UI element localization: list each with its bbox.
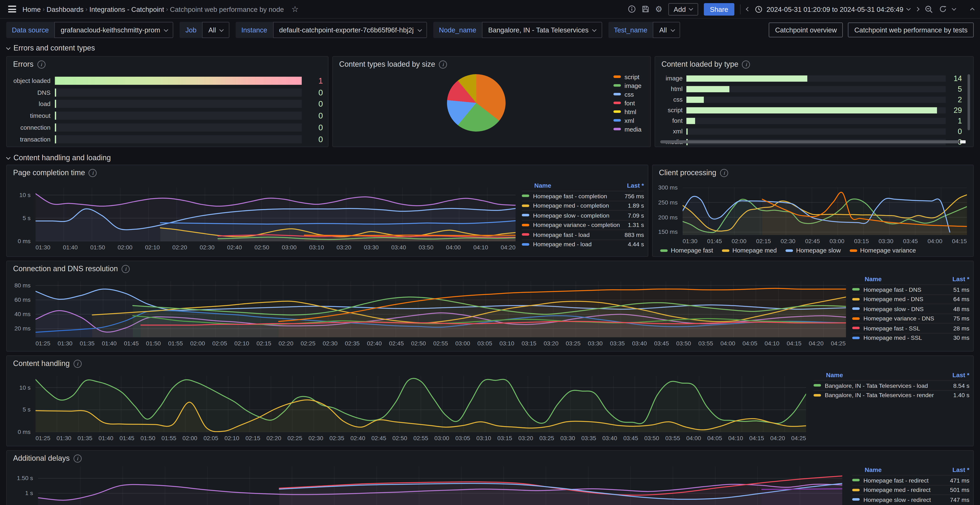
horizontal-scrollbar[interactable] <box>660 140 959 143</box>
legend-item[interactable]: Bangalore, IN - Tata Teleservices - load… <box>813 380 969 390</box>
breadcrumb-item[interactable]: Dashboards <box>46 5 84 13</box>
refresh-icon[interactable] <box>939 5 947 13</box>
legend-header-name[interactable]: Name <box>865 276 882 282</box>
share-button[interactable]: Share <box>704 3 734 15</box>
pie-chart[interactable] <box>447 74 506 132</box>
legend-header-last[interactable]: Last * <box>952 466 969 473</box>
info-icon[interactable]: i <box>720 169 728 177</box>
legend-header-last[interactable]: Last * <box>952 371 969 378</box>
filter-value-dropdown[interactable]: Bangalore, IN - Tata Teleservices <box>482 22 602 38</box>
legend-header-name[interactable]: Name <box>826 371 843 378</box>
vertical-scrollbar[interactable] <box>967 74 970 130</box>
breadcrumb-item[interactable]: Catchpoint web performance by node <box>170 5 284 13</box>
legend-label: Homepage fast - DNS <box>864 286 950 293</box>
info-icon[interactable]: i <box>439 60 447 69</box>
section-errors-and-content-types[interactable]: Errors and content types <box>7 44 95 53</box>
x-axis-label: 04:10 <box>473 244 488 251</box>
x-axis-label: 03:25 <box>539 435 554 441</box>
settings-gear-icon[interactable]: ⚙ <box>655 5 662 13</box>
legend-item[interactable]: Homepage fast - SSL28 ms <box>852 323 969 333</box>
catchpoint-web-performance-by-tests-link-button[interactable]: Catchpoint web performance by tests <box>848 22 974 37</box>
legend-header-name[interactable]: Name <box>534 182 551 189</box>
legend-item[interactable]: css <box>613 90 641 99</box>
x-axis-label: 03:50 <box>644 435 659 441</box>
legend-item[interactable]: Homepage fast - completion756 ms <box>522 191 644 201</box>
filter-label: Node_name <box>433 22 482 38</box>
gauge-fill <box>686 96 704 103</box>
legend-header-name[interactable]: Name <box>865 466 882 473</box>
menu-icon[interactable] <box>6 4 18 14</box>
legend-item[interactable]: Homepage fast <box>660 247 713 254</box>
save-icon[interactable] <box>641 5 650 13</box>
legend-item[interactable]: Homepage variance - DNS75 ms <box>852 314 969 323</box>
legend-item[interactable]: html <box>613 107 641 116</box>
legend-item[interactable]: Homepage med <box>722 247 776 254</box>
gauge-row: html5 <box>655 84 973 94</box>
add-button[interactable]: Add <box>668 3 698 15</box>
legend-item[interactable]: Homepage slow - DNS48 ms <box>852 304 969 314</box>
time-series-chart[interactable] <box>682 188 967 235</box>
legend-item[interactable]: Homepage fast - DNS51 ms <box>852 284 969 294</box>
legend-item[interactable]: Homepage med - load4.44 s <box>522 239 644 249</box>
info-icon[interactable]: i <box>742 60 750 69</box>
breadcrumb-item[interactable]: Integrations - Catchpoint <box>89 5 164 13</box>
legend-label: script <box>624 73 640 80</box>
filter-value-dropdown[interactable]: All <box>653 22 680 38</box>
x-axis-label: 01:40 <box>63 244 78 251</box>
filter-chip[interactable]: Instancedefault-catchpoint-exporter-7c6b… <box>235 22 427 38</box>
collapse-nav-icon[interactable] <box>970 7 975 12</box>
x-axis-label: 02:00 <box>183 435 197 441</box>
legend-item[interactable]: Homepage variance - completion1.31 s <box>522 220 644 229</box>
info-icon[interactable]: i <box>73 360 81 368</box>
section-content-handling-and-loading[interactable]: Content handling and loading <box>7 153 111 162</box>
filter-value-dropdown[interactable]: default-catchpoint-exporter-7c6b65f96f-h… <box>273 22 427 38</box>
x-axis-label: 02:00 <box>118 244 132 251</box>
filter-value-dropdown[interactable]: grafanacloud-keithschmitty-prom <box>54 22 174 38</box>
zoom-out-icon[interactable] <box>924 5 933 13</box>
info-icon[interactable]: i <box>37 60 45 69</box>
legend-item[interactable]: Homepage slow - redirect747 ms <box>852 494 969 504</box>
legend-item[interactable]: Homepage slow <box>786 247 841 254</box>
time-shift-forward-icon[interactable] <box>915 6 920 11</box>
info-icon[interactable]: i <box>73 454 81 462</box>
time-series-chart[interactable] <box>35 281 846 337</box>
legend-item[interactable]: media <box>613 125 641 134</box>
legend-item[interactable]: Homepage med - SSL30 ms <box>852 333 969 343</box>
time-series-chart[interactable] <box>38 466 842 505</box>
legend-item[interactable]: font <box>613 99 641 107</box>
filter-chip[interactable]: Test_nameAll <box>608 22 680 38</box>
time-range-picker[interactable]: 2024-05-31 01:20:09 to 2024-05-31 04:26:… <box>755 5 910 13</box>
breadcrumb-item[interactable]: Home <box>22 5 41 13</box>
x-axis-label: 02:40 <box>227 244 242 251</box>
legend-item[interactable]: Homepage med - redirect501 ms <box>852 485 969 495</box>
time-series-chart[interactable] <box>35 376 806 432</box>
filter-chip[interactable]: Node_nameBangalore, IN - Tata Teleservic… <box>433 22 602 38</box>
legend-item[interactable]: Homepage fast - redirect471 ms <box>852 475 969 485</box>
filter-chip[interactable]: JobAll <box>180 22 229 38</box>
star-icon[interactable]: ☆ <box>291 4 299 14</box>
legend-header-last[interactable]: Last * <box>627 182 644 189</box>
legend-item[interactable]: Bangalore, IN - Tata Teleservices - rend… <box>813 390 969 400</box>
legend-item[interactable]: image <box>613 81 641 90</box>
filter-value-dropdown[interactable]: All <box>202 22 229 38</box>
legend-item[interactable]: Homepage med - completion1.89 s <box>522 201 644 210</box>
legend-item[interactable]: Homepage fast - load883 ms <box>522 229 644 239</box>
legend-item[interactable]: script <box>613 72 641 81</box>
info-icon[interactable]: i <box>89 169 97 177</box>
legend-item[interactable]: xml <box>613 116 641 125</box>
catchpoint-overview-link-button[interactable]: Catchpoint overview <box>769 22 843 37</box>
gauge-label: load <box>12 100 51 107</box>
legend-swatch <box>852 336 860 339</box>
legend-item[interactable]: Homepage variance <box>850 247 916 254</box>
legend-header-last[interactable]: Last * <box>952 276 969 282</box>
legend-item[interactable]: Homepage med - DNS64 ms <box>852 294 969 304</box>
time-shift-back-icon[interactable] <box>746 6 750 11</box>
refresh-interval-dropdown-icon[interactable] <box>952 6 956 10</box>
legend-item[interactable]: Homepage slow - completion7.09 s <box>522 210 644 220</box>
info-icon[interactable]: i <box>122 265 130 273</box>
legend-swatch <box>852 288 860 291</box>
breadcrumb-separator: › <box>85 6 88 13</box>
time-series-chart[interactable] <box>35 188 515 241</box>
filter-chip[interactable]: Data sourcegrafanacloud-keithschmitty-pr… <box>6 22 173 38</box>
dashboard-insights-icon[interactable] <box>628 5 636 13</box>
